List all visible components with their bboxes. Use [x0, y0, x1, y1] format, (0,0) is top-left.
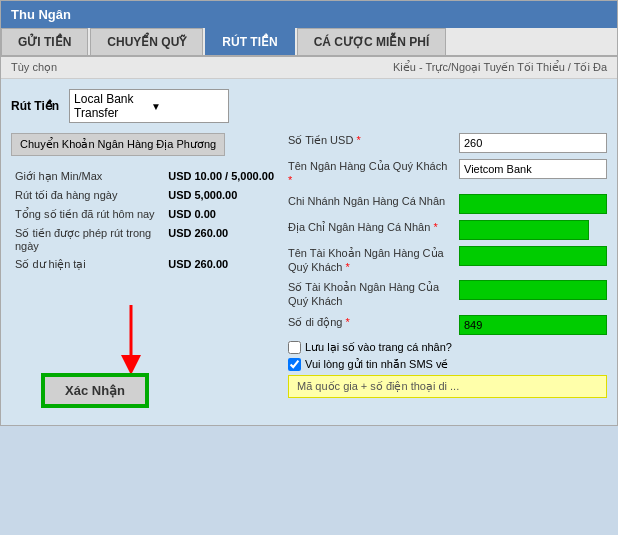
checkbox-luu-lai-input[interactable] — [288, 341, 301, 354]
content-area: Rút Tiền Local Bank Transfer ▼ Chuyển Kh… — [1, 79, 617, 425]
sms-note: Mã quốc gia + số điện thoại di ... — [288, 375, 607, 398]
info-table: Giới hạn Min/Max USD 10.00 / 5,000.00 Rú… — [11, 166, 278, 275]
left-panel: Chuyển Khoản Ngân Hàng Địa Phương Giới h… — [11, 133, 278, 415]
info-value: USD 260.00 — [166, 225, 276, 254]
info-label: Số tiền được phép rút trong ngày — [13, 225, 164, 254]
checkbox-gui-sms: Vui lòng gửi tin nhắn SMS về — [288, 358, 607, 371]
select-arrow-icon: ▼ — [151, 101, 224, 112]
tab-gui-tien[interactable]: GỬI TIỀN — [1, 28, 88, 55]
checkbox-luu-lai-label: Lưu lại số vào trang cá nhân? — [305, 341, 452, 354]
form-row-so-di-dong: Số di động * — [288, 315, 607, 335]
info-label: Tổng số tiền đã rút hôm nay — [13, 206, 164, 223]
right-panel: Số Tiền USD * Tên Ngân Hàng Của Quý Khác… — [288, 133, 607, 415]
label-ten-ngan-hang: Tên Ngân Hàng Của Quý Khách * — [288, 159, 453, 188]
transfer-type-value: Local Bank Transfer — [74, 92, 147, 120]
input-so-di-dong[interactable] — [459, 315, 607, 335]
main-area: Chuyển Khoản Ngân Hàng Địa Phương Giới h… — [11, 133, 607, 415]
tab-ca-cuoc[interactable]: CÁ CƯỢC MIỄN PHÍ — [297, 28, 447, 55]
input-chi-nhanh[interactable] — [459, 194, 607, 214]
checkbox-gui-sms-label: Vui lòng gửi tin nhắn SMS về — [305, 358, 449, 371]
form-row-dia-chi: Địa Chỉ Ngân Hàng Cá Nhân * — [288, 220, 607, 240]
label-dia-chi: Địa Chỉ Ngân Hàng Cá Nhân * — [288, 220, 453, 234]
info-label: Số dư hiện tại — [13, 256, 164, 273]
confirm-button[interactable]: Xác Nhận — [43, 375, 147, 406]
action-area: Xác Nhận — [11, 305, 278, 415]
title-bar: Thu Ngân — [1, 1, 617, 28]
label-ten-tai-khoan: Tên Tài Khoản Ngân Hàng Của Quý Khách * — [288, 246, 453, 275]
confirm-button-wrapper: Xác Nhận — [41, 373, 149, 408]
transfer-type-select[interactable]: Local Bank Transfer ▼ — [69, 89, 229, 123]
input-ten-ngan-hang[interactable] — [459, 159, 607, 179]
subtitle-right: Kiểu - Trực/Ngoại Tuyến Tối Thiểu / Tối … — [393, 61, 607, 74]
info-row: Tổng số tiền đã rút hôm nay USD 0.00 — [13, 206, 276, 223]
info-value: USD 10.00 / 5,000.00 — [166, 168, 276, 185]
tab-chuyen-quy[interactable]: CHUYỂN QUỸ — [90, 28, 203, 55]
input-dia-chi[interactable] — [459, 220, 589, 240]
subtitle-bar: Tùy chọn Kiểu - Trực/Ngoại Tuyến Tối Thi… — [1, 57, 617, 79]
label-so-di-dong: Số di động * — [288, 315, 453, 329]
window-title: Thu Ngân — [11, 7, 71, 22]
info-label: Rút tối đa hàng ngày — [13, 187, 164, 204]
local-bank-button[interactable]: Chuyển Khoản Ngân Hàng Địa Phương — [11, 133, 225, 156]
checkbox-luu-lai: Lưu lại số vào trang cá nhân? — [288, 341, 607, 354]
tab-bar: GỬI TIỀN CHUYỂN QUỸ RÚT TIỀN CÁ CƯỢC MIỄ… — [1, 28, 617, 57]
form-row-ten-tai-khoan: Tên Tài Khoản Ngân Hàng Của Quý Khách * — [288, 246, 607, 275]
transfer-type-row: Rút Tiền Local Bank Transfer ▼ — [11, 89, 607, 123]
label-chi-nhanh: Chi Nhánh Ngân Hàng Cá Nhân — [288, 194, 453, 208]
checkbox-gui-sms-input[interactable] — [288, 358, 301, 371]
info-value: USD 5,000.00 — [166, 187, 276, 204]
info-row: Số tiền được phép rút trong ngày USD 260… — [13, 225, 276, 254]
info-value: USD 260.00 — [166, 256, 276, 273]
label-so-tai-khoan: Số Tài Khoản Ngân Hàng Của Quý Khách — [288, 280, 453, 309]
form-row-chi-nhanh: Chi Nhánh Ngân Hàng Cá Nhân — [288, 194, 607, 214]
input-ten-tai-khoan[interactable] — [459, 246, 607, 266]
info-row: Số dư hiện tại USD 260.00 — [13, 256, 276, 273]
info-row: Giới hạn Min/Max USD 10.00 / 5,000.00 — [13, 168, 276, 185]
subtitle-left: Tùy chọn — [11, 61, 57, 74]
main-window: Thu Ngân GỬI TIỀN CHUYỂN QUỸ RÚT TIỀN CÁ… — [0, 0, 618, 426]
label-so-tien: Số Tiền USD * — [288, 133, 453, 147]
input-so-tien[interactable] — [459, 133, 607, 153]
input-so-tai-khoan[interactable] — [459, 280, 607, 300]
info-label: Giới hạn Min/Max — [13, 168, 164, 185]
svg-marker-1 — [121, 355, 141, 375]
info-row: Rút tối đa hàng ngày USD 5,000.00 — [13, 187, 276, 204]
form-row-so-tien: Số Tiền USD * — [288, 133, 607, 153]
tab-rut-tien[interactable]: RÚT TIỀN — [205, 28, 294, 55]
transfer-label: Rút Tiền — [11, 99, 59, 113]
sms-note-text: Mã quốc gia + số điện thoại di ... — [297, 380, 459, 392]
info-value: USD 0.00 — [166, 206, 276, 223]
form-row-ten-ngan-hang: Tên Ngân Hàng Của Quý Khách * — [288, 159, 607, 188]
form-row-so-tai-khoan: Số Tài Khoản Ngân Hàng Của Quý Khách — [288, 280, 607, 309]
